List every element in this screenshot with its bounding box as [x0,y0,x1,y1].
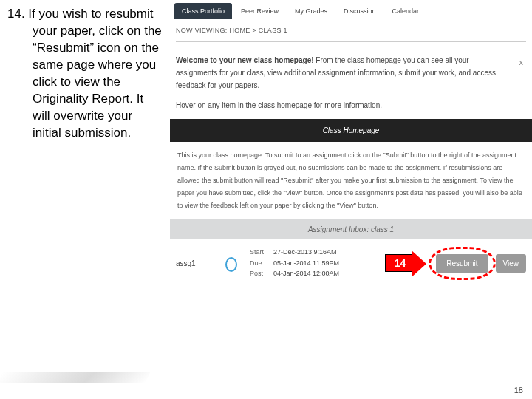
decorative-shadow [0,372,150,383]
callout-number: 14 [395,257,406,269]
welcome-heading: Welcome to your new class homepage! [176,56,314,64]
divider [176,41,526,42]
assignment-row: assg1 Start27-Dec-2013 9:16AM Due05-Jan-… [170,239,532,290]
welcome-hover-text: Hover on any item in the class homepage … [176,101,382,109]
tab-calendar[interactable]: Calendar [385,3,427,19]
close-icon[interactable]: x [519,55,524,69]
breadcrumb: NOW VIEWING: HOME > CLASS 1 [170,19,532,37]
tab-discussion[interactable]: Discussion [336,3,383,19]
screenshot-panel: Class Portfolio Peer Review My Grades Di… [170,0,532,377]
assignment-name: assg1 [176,259,213,267]
resubmit-button[interactable]: Resubmit [436,254,488,273]
tab-bar: Class Portfolio Peer Review My Grades Di… [170,0,532,19]
callout-arrow: 14 [385,254,413,272]
tab-peer-review[interactable]: Peer Review [233,3,286,19]
inbox-title: Assignment Inbox: class 1 [170,219,532,239]
class-homepage-body: This is your class homepage. To submit t… [170,142,532,219]
view-button[interactable]: View [496,254,527,273]
tab-class-portfolio[interactable]: Class Portfolio [174,3,232,19]
originality-icon[interactable] [219,256,244,270]
tab-my-grades[interactable]: My Grades [287,3,335,19]
assignment-dates: Start27-Dec-2013 9:16AM Due05-Jan-2014 1… [250,247,353,279]
instruction-text: 14. If you wish to resubmit your paper, … [10,6,163,142]
welcome-banner: x Welcome to your new class homepage! Fr… [170,47,532,119]
slide-number: 18 [514,386,523,395]
section-title: Class Homepage [170,119,532,142]
